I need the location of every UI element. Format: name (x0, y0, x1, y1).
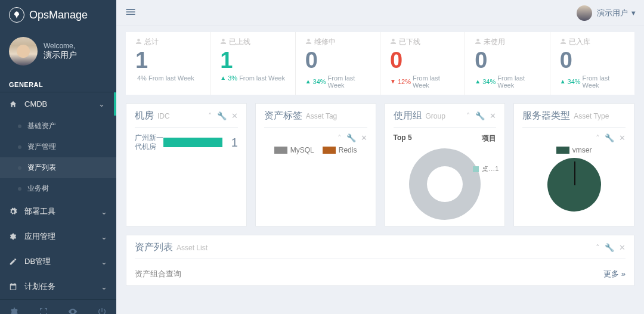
tile-suffix: From last Week (583, 74, 625, 89)
footer-fullscreen-button[interactable] (29, 300, 58, 314)
tile-count: 0 (560, 48, 625, 73)
sidebar: OpsManage Welcome, 演示用户 GENERAL CMDB ⌄ 基… (0, 0, 116, 314)
submenu-item-asset-mgmt[interactable]: 资产管理 (0, 136, 116, 157)
tile-title: 维修中 (314, 37, 336, 47)
tile-count: 1 (220, 48, 285, 73)
idc-name: 广州新一代机房 (135, 133, 163, 152)
panel-title: 资产标签 (264, 110, 302, 122)
stat-tile: 总计14%From last Week (126, 32, 210, 95)
chevron-down-icon: ⌄ (98, 100, 105, 108)
stat-tile: 已入库0▲34%From last Week (550, 32, 634, 95)
footer-settings-button[interactable] (0, 300, 29, 314)
tile-pct: 34% (482, 78, 496, 85)
close-icon[interactable]: ✕ (361, 133, 367, 142)
menu-item-deploy[interactable]: 部署工具 ⌄ (0, 199, 116, 224)
wrench-icon[interactable]: 🔧 (346, 133, 356, 142)
tile-title: 已入库 (569, 37, 590, 47)
avatar (9, 37, 38, 66)
gear-icon (9, 232, 20, 241)
group-legend-item[interactable]: 桌…1 (473, 164, 499, 173)
group-top-label: Top 5 (394, 133, 412, 144)
legend-item[interactable]: Redis (323, 146, 357, 154)
panel-tools: ˄ 🔧 ✕ (596, 243, 626, 252)
sidebar-menu: CMDB ⌄ 基础资产 资产管理 资产列表 业务树 部署工具 ⌄ 应用管理 ⌄ (0, 92, 116, 299)
menu-toggle-button[interactable] (125, 6, 137, 20)
panel-subtitle: Asset List (177, 244, 208, 252)
menu-label: DB管理 (24, 256, 51, 267)
stat-tile: 未使用0▲34%From last Week (465, 32, 549, 95)
panel-subtitle: Group (426, 112, 445, 120)
user-icon (560, 38, 566, 46)
sidebar-profile: Welcome, 演示用户 (0, 30, 116, 76)
close-icon[interactable]: ✕ (231, 111, 238, 120)
stat-tile: 维修中0▲34%From last Week (295, 32, 380, 95)
menu-label: CMDB (24, 100, 47, 108)
stat-tiles: 总计14%From last Week已上线1▲3%From last Week… (126, 32, 634, 95)
tile-count: 0 (475, 48, 540, 73)
submenu-item-basic-assets[interactable]: 基础资产 (0, 116, 116, 136)
chevron-up-icon[interactable]: ˄ (466, 111, 470, 120)
wrench-icon[interactable]: 🔧 (217, 111, 227, 120)
tile-pct: 34% (313, 78, 326, 85)
chevron-up-icon[interactable]: ˄ (596, 243, 600, 252)
more-link[interactable]: 更多 (603, 269, 626, 279)
chevron-down-icon: ⌄ (101, 232, 107, 241)
chevron-up-icon[interactable]: ˄ (338, 133, 342, 142)
trend-arrow-icon: ▲ (475, 78, 481, 85)
idc-value: 1 (222, 136, 238, 150)
menu-label: 计划任务 (24, 281, 55, 292)
user-menu[interactable]: 演示用户 ▾ (577, 5, 636, 21)
tile-pct: 12% (398, 78, 411, 85)
brand[interactable]: OpsManage (0, 0, 116, 30)
close-icon[interactable]: ✕ (619, 133, 626, 142)
stat-tile: 已下线0▼12%From last Week (380, 32, 465, 95)
panel-asset-tag: 资产标签 Asset Tag ˄ 🔧 ✕ MySQL Redis (255, 103, 376, 226)
footer-logout-button[interactable] (87, 300, 116, 314)
legend-item[interactable]: vmser (556, 146, 592, 154)
trend-arrow-icon: ▲ (560, 78, 566, 85)
asset-combo-label: 资产组合查询 (135, 269, 181, 279)
tile-suffix: From last Week (148, 74, 194, 82)
close-icon[interactable]: ✕ (619, 243, 626, 252)
tag-legend: MySQL Redis (264, 146, 367, 154)
tile-title: 已下线 (399, 37, 420, 47)
tile-suffix: From last Week (497, 74, 540, 89)
gear-icon (10, 307, 19, 314)
chevron-down-icon: ⌄ (101, 282, 107, 291)
sidebar-footer (0, 299, 116, 314)
menu-item-schedule[interactable]: 计划任务 ⌄ (0, 274, 116, 299)
panel-subtitle: Asset Tag (306, 112, 337, 120)
tile-pct: 4% (137, 74, 147, 82)
legend-item[interactable]: MySQL (274, 146, 314, 154)
tile-title: 未使用 (484, 37, 505, 47)
gear-icon (9, 207, 20, 216)
panel-title: 服务器类型 (522, 110, 570, 122)
main: 演示用户 ▾ 总计14%From last Week已上线1▲3%From la… (116, 0, 644, 314)
topbar: 演示用户 ▾ (116, 0, 644, 26)
edit-icon (9, 257, 20, 266)
user-icon (220, 38, 227, 46)
wrench-icon[interactable]: 🔧 (605, 243, 614, 252)
tile-suffix: From last Week (413, 74, 455, 89)
submenu-item-asset-list[interactable]: 资产列表 (0, 157, 116, 178)
donut-chart (409, 148, 481, 220)
chevron-up-icon[interactable]: ˄ (208, 111, 212, 120)
fullscreen-icon (39, 307, 48, 314)
menu-label: 部署工具 (24, 206, 55, 217)
footer-lock-button[interactable] (58, 300, 88, 314)
wrench-icon[interactable]: 🔧 (475, 111, 485, 120)
submenu-item-biz-tree[interactable]: 业务树 (0, 178, 116, 199)
menu-item-app-mgmt[interactable]: 应用管理 ⌄ (0, 224, 116, 249)
eye-icon (68, 307, 78, 314)
panel-asset-list: 资产列表 Asset List ˄ 🔧 ✕ 资产组合查询 更多 (126, 235, 634, 286)
close-icon[interactable]: ✕ (490, 111, 496, 120)
wrench-icon[interactable]: 🔧 (605, 133, 614, 142)
home-icon (9, 100, 20, 108)
panel-group: 使用组 Group ˄ 🔧 ✕ Top 5 项目 桌…1 (385, 103, 506, 226)
chevron-down-icon: ⌄ (101, 257, 107, 266)
calendar-icon (9, 282, 20, 291)
menu-item-db-mgmt[interactable]: DB管理 ⌄ (0, 249, 116, 274)
menu-item-cmdb[interactable]: CMDB ⌄ (0, 92, 116, 116)
bars-icon (125, 6, 137, 18)
chevron-up-icon[interactable]: ˄ (596, 133, 600, 142)
